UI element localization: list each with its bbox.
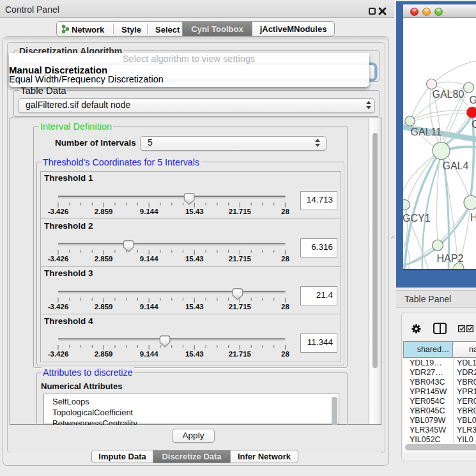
svg-text:9.144: 9.144 (140, 255, 158, 263)
svg-text:9.144: 9.144 (140, 208, 158, 215)
svg-text:2.859: 2.859 (95, 208, 113, 215)
svg-text:28: 28 (281, 350, 289, 358)
svg-text:28: 28 (281, 208, 289, 215)
svg-text:C: C (472, 119, 476, 130)
svg-text:-3.426: -3.426 (48, 350, 69, 358)
svg-text:21.715: 21.715 (229, 303, 252, 311)
svg-text:15.43: 15.43 (185, 350, 204, 358)
svg-text:15.43: 15.43 (185, 255, 204, 263)
svg-text:28: 28 (281, 303, 289, 311)
svg-text:9.144: 9.144 (140, 350, 158, 358)
svg-text:15.43: 15.43 (185, 303, 204, 311)
svg-text:2.859: 2.859 (95, 350, 113, 358)
svg-text:HAP2: HAP2 (437, 253, 464, 264)
svg-text:21.715: 21.715 (229, 350, 252, 358)
svg-text:21.715: 21.715 (229, 208, 252, 215)
svg-text:2.859: 2.859 (95, 303, 113, 311)
svg-text:-3.426: -3.426 (48, 255, 69, 263)
svg-text:-3.426: -3.426 (48, 303, 69, 311)
svg-text:H: H (470, 212, 476, 223)
svg-text:28: 28 (281, 255, 289, 263)
svg-text:GA: GA (470, 95, 476, 105)
svg-text:21.715: 21.715 (229, 255, 252, 263)
svg-text:GAL4: GAL4 (443, 160, 469, 171)
svg-text:GCY1: GCY1 (403, 213, 431, 224)
svg-text:-3.426: -3.426 (48, 208, 69, 215)
svg-text:2.859: 2.859 (95, 255, 113, 263)
svg-text:GAL80: GAL80 (433, 89, 464, 100)
svg-text:GAL11: GAL11 (411, 127, 442, 137)
svg-text:9.144: 9.144 (140, 303, 158, 311)
svg-text:15.43: 15.43 (185, 208, 204, 215)
